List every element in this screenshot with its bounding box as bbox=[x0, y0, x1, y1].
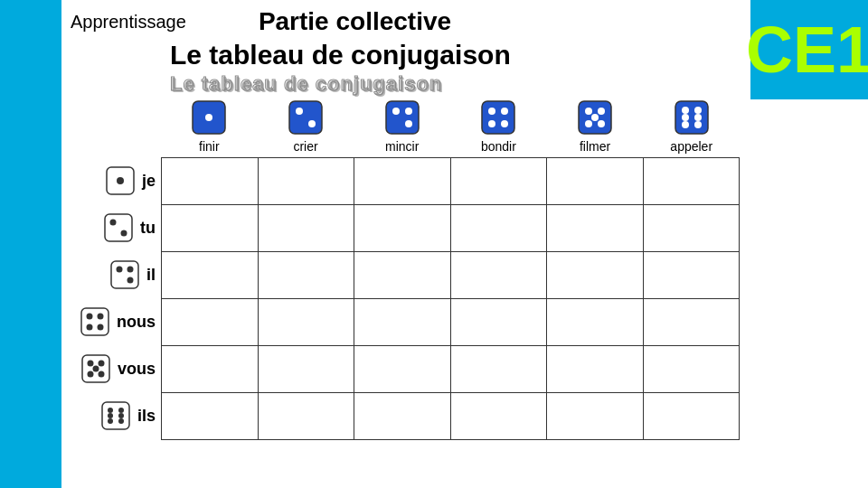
svg-point-39 bbox=[87, 324, 93, 331]
conjugation-table bbox=[161, 157, 740, 440]
small-die-nous bbox=[80, 307, 109, 336]
cell-il-mincir[interactable] bbox=[354, 252, 451, 299]
cell-ils-filmer[interactable] bbox=[547, 393, 644, 440]
cell-il-crier[interactable] bbox=[258, 252, 354, 299]
cell-vous-mincir[interactable] bbox=[354, 346, 451, 393]
svg-point-51 bbox=[118, 413, 124, 418]
svg-point-42 bbox=[87, 361, 93, 367]
svg-rect-9 bbox=[482, 101, 514, 134]
cell-il-appeler[interactable] bbox=[643, 252, 740, 299]
svg-point-19 bbox=[591, 114, 599, 121]
svg-point-10 bbox=[488, 108, 495, 115]
svg-point-11 bbox=[501, 108, 508, 115]
die-appeler bbox=[674, 99, 710, 136]
verb-label-bondir: bondir bbox=[481, 139, 516, 154]
cell-nous-filmer[interactable] bbox=[547, 299, 644, 346]
svg-point-33 bbox=[116, 267, 122, 273]
svg-point-38 bbox=[98, 314, 104, 320]
cell-je-appeler[interactable] bbox=[643, 158, 740, 205]
die-crier bbox=[288, 99, 324, 136]
svg-point-18 bbox=[598, 120, 605, 127]
svg-point-3 bbox=[296, 108, 303, 115]
pronoun-nous: nous bbox=[117, 313, 156, 332]
cell-tu-finir[interactable] bbox=[162, 205, 259, 252]
cell-ils-appeler[interactable] bbox=[643, 393, 740, 440]
die-finir bbox=[191, 99, 227, 136]
row-header-il: il bbox=[71, 251, 161, 298]
svg-point-22 bbox=[694, 107, 702, 114]
cell-vous-filmer[interactable] bbox=[547, 346, 644, 393]
svg-rect-47 bbox=[102, 402, 129, 429]
svg-point-49 bbox=[118, 408, 124, 413]
cell-tu-bondir[interactable] bbox=[450, 205, 547, 252]
verb-label-crier: crier bbox=[293, 139, 317, 154]
svg-point-7 bbox=[405, 120, 412, 127]
cell-je-bondir[interactable] bbox=[450, 158, 547, 205]
verb-label-mincir: mincir bbox=[385, 139, 419, 154]
cell-je-crier[interactable] bbox=[258, 158, 354, 205]
svg-point-53 bbox=[118, 418, 124, 424]
svg-rect-5 bbox=[386, 101, 419, 134]
apprentissage-label: Apprentissage bbox=[71, 12, 186, 33]
cell-tu-appeler[interactable] bbox=[643, 205, 740, 252]
cell-nous-appeler[interactable] bbox=[643, 299, 740, 346]
svg-point-52 bbox=[108, 418, 113, 424]
verb-col-mincir: mincir bbox=[354, 99, 450, 154]
cell-nous-bondir[interactable] bbox=[450, 299, 547, 346]
svg-point-15 bbox=[585, 108, 592, 115]
small-die-il bbox=[110, 260, 139, 289]
pronoun-il: il bbox=[146, 266, 156, 285]
row-header-tu: tu bbox=[71, 204, 161, 251]
cell-je-finir[interactable] bbox=[162, 158, 259, 205]
cell-je-filmer[interactable] bbox=[547, 158, 644, 205]
svg-point-21 bbox=[682, 107, 689, 114]
header-top-row: Apprentissage Partie collective bbox=[61, 0, 749, 36]
verb-col-appeler: appeler bbox=[643, 99, 740, 154]
svg-point-28 bbox=[117, 177, 124, 184]
cell-vous-finir[interactable] bbox=[162, 346, 259, 393]
cell-il-filmer[interactable] bbox=[547, 252, 644, 299]
svg-point-44 bbox=[87, 371, 93, 378]
verb-col-bondir: bondir bbox=[450, 99, 547, 154]
cell-vous-crier[interactable] bbox=[258, 346, 354, 393]
svg-rect-36 bbox=[81, 308, 108, 335]
cell-ils-bondir[interactable] bbox=[450, 393, 547, 440]
pronoun-ils: ils bbox=[137, 407, 156, 426]
cell-il-finir[interactable] bbox=[162, 252, 259, 299]
row-header-vous: vous bbox=[71, 345, 161, 392]
cell-tu-crier[interactable] bbox=[258, 205, 354, 252]
svg-point-34 bbox=[127, 277, 133, 284]
table-wrapper: je tu il bbox=[71, 157, 740, 440]
verb-label-filmer: filmer bbox=[580, 139, 610, 154]
cell-tu-mincir[interactable] bbox=[354, 205, 451, 252]
svg-point-26 bbox=[694, 121, 702, 128]
partie-collective-label: Partie collective bbox=[259, 7, 451, 36]
main-title: Le tableau de conjugaison bbox=[61, 40, 749, 70]
cell-tu-filmer[interactable] bbox=[547, 205, 644, 252]
verb-col-filmer: filmer bbox=[547, 99, 644, 154]
cell-il-bondir[interactable] bbox=[450, 252, 547, 299]
verb-col-finir: finir bbox=[161, 99, 258, 154]
cell-nous-finir[interactable] bbox=[162, 299, 259, 346]
cell-vous-bondir[interactable] bbox=[450, 346, 547, 393]
svg-point-35 bbox=[127, 267, 133, 273]
pronoun-je: je bbox=[142, 172, 156, 191]
cell-vous-appeler[interactable] bbox=[643, 346, 740, 393]
small-die-ils bbox=[101, 401, 130, 430]
cell-ils-finir[interactable] bbox=[162, 393, 259, 440]
svg-point-45 bbox=[98, 371, 104, 378]
cell-je-mincir[interactable] bbox=[354, 158, 451, 205]
cell-nous-crier[interactable] bbox=[258, 299, 354, 346]
die-bondir bbox=[480, 99, 516, 136]
cell-ils-crier[interactable] bbox=[258, 393, 354, 440]
svg-rect-20 bbox=[675, 101, 708, 134]
cell-nous-mincir[interactable] bbox=[354, 299, 451, 346]
verb-col-crier: crier bbox=[258, 99, 354, 154]
row-headers: je tu il bbox=[71, 157, 161, 439]
cell-ils-mincir[interactable] bbox=[354, 393, 451, 440]
table-row bbox=[162, 252, 740, 299]
svg-rect-32 bbox=[111, 261, 138, 288]
small-die-vous bbox=[81, 354, 110, 383]
svg-point-16 bbox=[598, 108, 605, 115]
header-area: Apprentissage Partie collective Le table… bbox=[61, 0, 749, 90]
